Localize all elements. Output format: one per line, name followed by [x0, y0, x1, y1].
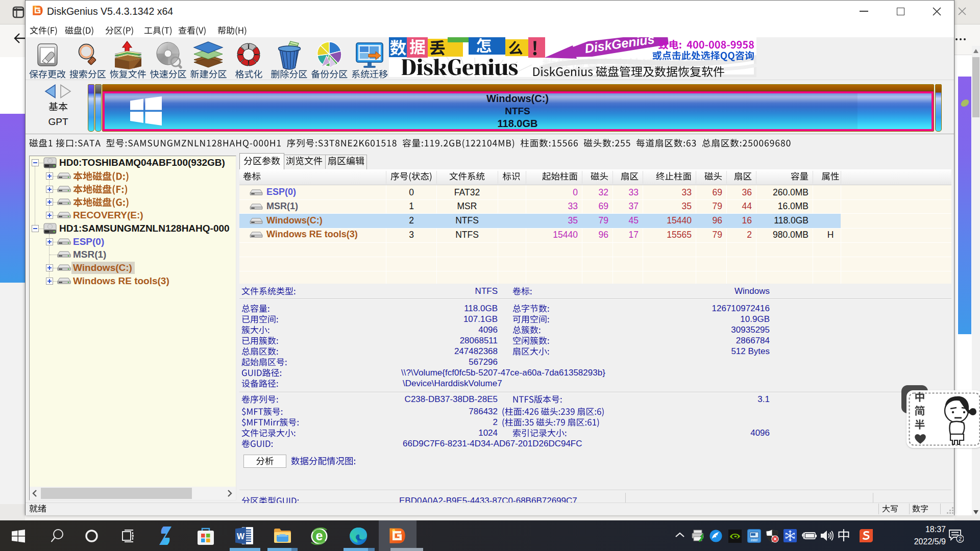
svg-text:e: e [316, 529, 323, 543]
svg-text:DiskGenius: DiskGenius [584, 37, 655, 56]
svg-text:intel: intel [751, 538, 757, 542]
svg-text:2: 2 [959, 536, 962, 542]
svg-text:W: W [237, 532, 245, 541]
